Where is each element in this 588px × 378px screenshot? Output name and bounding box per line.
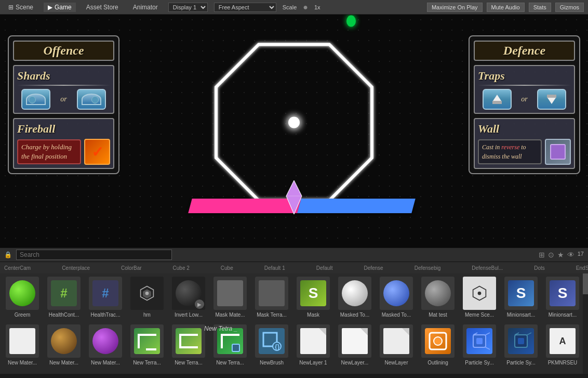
asset-item-outlining[interactable]: Outlining	[418, 323, 458, 370]
filter-icon[interactable]: ⊞	[539, 251, 545, 259]
search-input[interactable]	[16, 250, 172, 260]
pkmnrseu-thumb: A	[550, 328, 576, 354]
svg-rect-20	[518, 338, 524, 344]
newlayer-1-label: NewLayer 1	[299, 360, 327, 366]
shard-option-1[interactable]	[21, 89, 50, 110]
scroll-item-1[interactable]: Centerplace	[62, 265, 90, 271]
scroll-item-5[interactable]: Default 1	[264, 265, 285, 271]
newlayer-3-label: NewLayer	[384, 360, 408, 366]
mask-terra-thumb	[259, 280, 285, 306]
traps-divider	[478, 85, 571, 86]
minionsart-1-thumb: S	[508, 280, 534, 306]
scroll-item-2[interactable]: ColorBar	[121, 265, 141, 271]
asset-item-hm[interactable]: hm	[127, 276, 167, 322]
gizmos-button[interactable]: Gizmos	[555, 3, 584, 12]
shards-or-text: or	[60, 95, 66, 103]
scroll-item-0[interactable]: CenterCam	[4, 265, 31, 271]
newlayer-2-label: NewLayer...	[341, 360, 369, 366]
scroll-item-6[interactable]: Default	[316, 265, 333, 271]
new-mater-2-label: New Mater...	[49, 360, 78, 366]
maximize-on-play-button[interactable]: Maximize On Play	[427, 3, 483, 12]
asset-item-greem[interactable]: Greem	[2, 276, 43, 322]
display-select[interactable]: Display 1	[168, 3, 208, 12]
star-icon[interactable]: ★	[557, 251, 564, 259]
traps-options: or	[478, 89, 571, 110]
asset-item-minionsart-1[interactable]: S Minionsart...	[501, 276, 541, 322]
scroll-item-9[interactable]: DefenseBul...	[472, 265, 503, 271]
tab-game[interactable]: ▶ Game	[44, 3, 76, 12]
asset-item-masked-to-1[interactable]: Masked To...	[335, 276, 375, 322]
aspect-select[interactable]: Free Aspect	[214, 3, 276, 12]
tab-asset-store[interactable]: Asset Store	[82, 3, 123, 12]
scroll-thumb[interactable]	[583, 273, 588, 294]
scroll-item-7[interactable]: Defense	[364, 265, 383, 271]
particle-sy-2-label: Particle Sy...	[506, 360, 535, 366]
meme-sce-label: Meme Sce...	[465, 312, 494, 318]
fireball-title: Fireball	[17, 122, 110, 136]
asset-item-mat-test[interactable]: Mat test	[418, 276, 458, 322]
left-panel-offence: Offence Shards or	[8, 35, 119, 174]
stats-button[interactable]: Stats	[529, 3, 551, 12]
center-ball	[288, 117, 300, 128]
asset-item-newlayer-1[interactable]: NewLayer 1	[293, 323, 333, 370]
play-icon-invert: ▶	[197, 302, 202, 307]
svg-point-13	[434, 337, 442, 345]
asset-item-pkmnrseu[interactable]: A PKMNRSEU	[542, 323, 583, 370]
scroll-item-3[interactable]: Cube 2	[173, 265, 190, 271]
asset-item-masked-to-2[interactable]: Masked To...	[376, 276, 417, 322]
asset-item-new-mater-3[interactable]: New Mater...	[85, 323, 126, 370]
mute-audio-button[interactable]: Mute Audio	[487, 3, 525, 12]
scroll-item-10[interactable]: Dots	[534, 265, 545, 271]
asset-item-mask-terra[interactable]: Mask Terra...	[251, 276, 292, 322]
asset-item-newlayer-3[interactable]: NewLayer	[376, 323, 417, 370]
scale-icon: ●	[303, 3, 308, 12]
green-ball	[346, 16, 356, 27]
mask-mate-thumb	[217, 280, 243, 306]
asset-item-particle-sy-2[interactable]: Particle Sy...	[501, 323, 541, 370]
masked-to-1-thumb	[342, 280, 368, 306]
eye-icon[interactable]: 👁	[567, 251, 574, 259]
svg-text:{}: {}	[275, 343, 280, 350]
scroll-track[interactable]	[583, 273, 588, 374]
asset-item-particle-sy-1[interactable]: Particle Sy...	[459, 323, 500, 370]
healthtrac-thumb: #	[92, 280, 118, 306]
scale-value: 1x	[314, 4, 320, 10]
tetra-diamond	[284, 180, 304, 216]
meme-sce-thumb	[470, 284, 489, 303]
trap-option-1[interactable]	[483, 89, 512, 110]
traps-or-text: or	[521, 95, 527, 103]
scroll-item-8[interactable]: Defensebig	[415, 265, 441, 271]
scene-icon: ⊞	[8, 4, 14, 11]
asset-item-newbrush[interactable]: {} NewBrush	[251, 323, 292, 370]
asset-item-new-terra-2[interactable]: New Terra...	[168, 323, 209, 370]
newbrush-label: NewBrush	[260, 360, 284, 366]
asset-item-mask[interactable]: S Mask	[293, 276, 333, 322]
asset-item-newlayer-2[interactable]: NewLayer...	[335, 323, 375, 370]
sort-icon[interactable]: ⊙	[548, 251, 554, 259]
asset-item-minionsart-2[interactable]: S Minionsart...	[542, 276, 583, 322]
mask-terra-label: Mask Terra...	[257, 312, 287, 318]
shard-option-2[interactable]	[77, 89, 106, 110]
asset-item-new-mater-2[interactable]: New Mater...	[44, 323, 84, 370]
asset-item-healthcont[interactable]: # HealthCont...	[44, 276, 84, 322]
asset-item-new-mater-1[interactable]: New Mater...	[2, 323, 43, 370]
tab-scene[interactable]: ⊞ Scene	[4, 3, 37, 12]
asset-item-healthtrac[interactable]: # HealthTrac...	[85, 276, 126, 322]
tab-animator[interactable]: Animator	[129, 3, 162, 12]
mask-label: Mask	[307, 312, 319, 318]
new-mater-1-label: New Mater...	[8, 360, 37, 366]
asset-item-invert-low[interactable]: ▶ Invert Low...	[168, 276, 209, 322]
trap-option-2[interactable]	[537, 89, 566, 110]
fireball-desc: Charge by holding the final position ✓	[17, 139, 110, 165]
healthtrac-label: HealthTrac...	[91, 312, 121, 318]
svg-rect-15	[476, 338, 483, 344]
new-mater-3-label: New Mater...	[91, 360, 120, 366]
newbrush-thumb: {}	[259, 328, 285, 354]
asset-item-meme-sce[interactable]: Meme Sce...	[459, 276, 500, 322]
masked-to-2-thumb	[383, 280, 409, 306]
scroll-item-11[interactable]: EndScreen	[576, 265, 588, 271]
asset-item-new-terra-1[interactable]: New Terra...	[127, 323, 167, 370]
asset-item-mask-mate[interactable]: Mask Mate...	[210, 276, 250, 322]
scroll-item-4[interactable]: Cube	[221, 265, 233, 271]
svg-point-6	[145, 292, 149, 295]
